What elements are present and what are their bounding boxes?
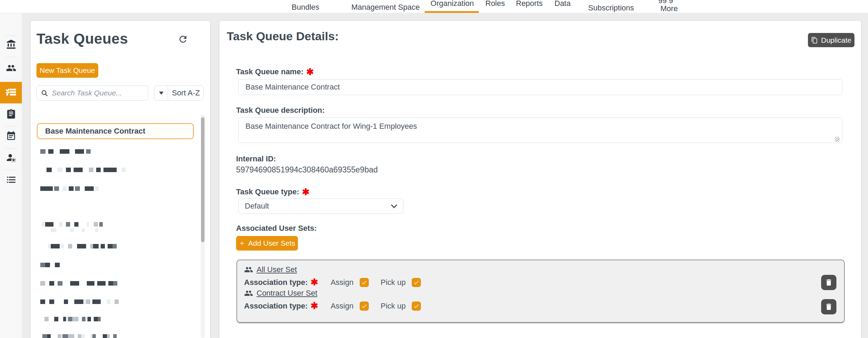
- user-set-row: All User Set: [244, 265, 297, 274]
- redacted-list-item[interactable]: [51, 228, 98, 232]
- sort-control: Sort A-Z: [154, 85, 204, 101]
- users-icon: [244, 289, 253, 298]
- sidebar-divider: [5, 80, 17, 80]
- panel-title: Task Queues: [36, 31, 128, 47]
- association-type-row: Association type: ✱ Assign Pick up: [244, 277, 421, 288]
- nav-tab-bundles[interactable]: Bundles: [292, 3, 319, 12]
- type-label: Task Queue type:✱: [236, 187, 310, 197]
- sort-label[interactable]: Sort A-Z: [168, 86, 203, 100]
- sidebar-divider: [5, 126, 17, 126]
- task-queue-type-select[interactable]: Default: [238, 198, 403, 214]
- nav-tab-roles[interactable]: Roles: [485, 0, 505, 8]
- truncated-tab-label-fragment: gg g: [658, 0, 679, 3]
- redacted-list-item[interactable]: [42, 334, 117, 338]
- sidebar-divider: [5, 170, 17, 170]
- associated-user-sets-box: All User Set Association type: ✱ Assign …: [236, 260, 845, 323]
- bank-icon: [6, 39, 16, 51]
- trash-icon: [825, 303, 833, 311]
- task-queue-details-panel: Task Queue Details: Duplicate Task Queue…: [219, 21, 861, 338]
- top-navigation: Bundles Management Space Organization Ro…: [0, 0, 868, 13]
- sidebar-item-task-queues-active[interactable]: [0, 82, 22, 103]
- nav-tab-data[interactable]: Data: [554, 0, 570, 8]
- delete-user-set-button[interactable]: [821, 275, 836, 290]
- clipboard-icon: [6, 109, 16, 120]
- task-queues-panel: Task Queues New Task Queue Sort A-Z Base…: [31, 21, 210, 338]
- pickup-checkbox[interactable]: [412, 302, 421, 311]
- sidebar-item-lists[interactable]: [0, 171, 22, 189]
- add-user-sets-button[interactable]: Add User Sets: [236, 236, 298, 251]
- user-set-link[interactable]: All User Set: [257, 265, 297, 274]
- user-gear-icon: [6, 152, 16, 164]
- redacted-list-item[interactable]: [47, 168, 126, 172]
- refresh-icon[interactable]: [178, 34, 190, 46]
- description-label: Task Queue description:: [236, 106, 325, 115]
- nav-tab-subscriptions[interactable]: Subscriptions: [588, 3, 634, 12]
- associated-user-sets-label: Associated User Sets:: [236, 224, 317, 233]
- nav-tab-organization[interactable]: Organization: [431, 0, 474, 8]
- checklist-icon: [6, 86, 17, 99]
- duplicate-button[interactable]: Duplicate: [808, 33, 854, 47]
- redacted-list-item[interactable]: [40, 263, 60, 267]
- name-label: Task Queue name:✱: [236, 67, 314, 77]
- task-queue-description-textarea[interactable]: Base Maintenance Contract for Wing-1 Emp…: [238, 117, 842, 143]
- sidebar-item-user-admin[interactable]: [0, 149, 22, 167]
- redacted-list-item[interactable]: [40, 149, 91, 154]
- redacted-list-item[interactable]: [48, 244, 117, 248]
- check-icon: [361, 303, 367, 309]
- icon-sidebar: [0, 13, 22, 338]
- plus-icon: [239, 240, 245, 246]
- list-icon: [6, 175, 16, 186]
- sidebar-item-user-sets[interactable]: [0, 60, 22, 78]
- internal-id-label: Internal ID:: [236, 154, 276, 163]
- redacted-list-item[interactable]: [42, 222, 103, 227]
- users-icon: [6, 63, 16, 75]
- list-scrollbar-thumb[interactable]: [201, 117, 205, 242]
- pickup-checkbox[interactable]: [412, 278, 421, 287]
- trash-icon: [825, 278, 833, 287]
- active-tab-underline: [425, 11, 479, 13]
- internal-id-value: 59794690851994c308460a69355e9bad: [236, 165, 378, 175]
- nav-tab-reports[interactable]: Reports: [516, 0, 543, 8]
- sidebar-item-organization[interactable]: [0, 36, 22, 54]
- search-icon: [41, 90, 48, 97]
- required-asterisk: ✱: [302, 187, 310, 197]
- check-icon: [413, 279, 419, 286]
- user-set-link[interactable]: Contract User Set: [257, 289, 317, 298]
- user-set-row: Contract User Set: [244, 289, 317, 298]
- assign-checkbox[interactable]: [360, 302, 369, 311]
- sidebar-item-assignments[interactable]: [0, 105, 22, 124]
- sidebar-divider: [5, 149, 17, 149]
- check-icon: [413, 303, 419, 309]
- check-icon: [361, 279, 367, 286]
- chevron-down-icon: [391, 204, 398, 208]
- search-input[interactable]: [52, 89, 144, 97]
- required-asterisk: ✱: [310, 301, 318, 311]
- nav-tab-management-space[interactable]: Management Space: [351, 3, 420, 12]
- redacted-list-item[interactable]: [40, 299, 119, 304]
- association-type-row: Association type: ✱ Assign Pick up: [244, 301, 421, 311]
- textarea-resize-handle[interactable]: [835, 137, 840, 142]
- nav-tab-more[interactable]: More: [660, 4, 678, 13]
- sidebar-divider: [5, 57, 17, 57]
- copy-icon: [811, 37, 818, 44]
- details-title: Task Queue Details:: [227, 29, 339, 43]
- sidebar-item-notes[interactable]: [0, 128, 22, 146]
- delete-user-set-button[interactable]: [821, 299, 836, 314]
- task-queue-list-item-selected[interactable]: Base Maintenance Contract: [37, 123, 194, 139]
- notepad-icon: [6, 131, 16, 143]
- required-asterisk: ✱: [310, 277, 318, 288]
- sort-direction-button[interactable]: [155, 86, 168, 100]
- redacted-list-item[interactable]: [40, 186, 99, 191]
- new-task-queue-button[interactable]: New Task Queue: [36, 63, 98, 78]
- search-box: [36, 85, 148, 101]
- sidebar-divider: [5, 35, 17, 36]
- assign-checkbox[interactable]: [360, 278, 369, 287]
- redacted-list-item[interactable]: [40, 281, 117, 286]
- task-queue-name-input[interactable]: [238, 79, 842, 95]
- users-icon: [244, 265, 253, 274]
- redacted-list-item[interactable]: [44, 317, 101, 321]
- required-asterisk: ✱: [306, 67, 314, 77]
- caret-down-icon: [159, 92, 164, 95]
